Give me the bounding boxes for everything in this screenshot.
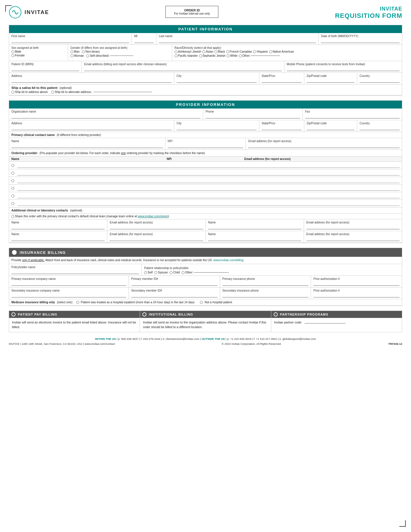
provider-phone-field[interactable] [206,114,300,118]
race-black-radio[interactable] [214,50,217,53]
ordering-email-field-4[interactable] [244,186,400,191]
rel-child-radio[interactable] [170,271,172,274]
ordering-email-field-5[interactable] [244,194,400,198]
ship-alternate-option[interactable]: Ship kit to alternate address: [51,90,152,94]
gender-nonbinary-option[interactable]: Non-binary [82,50,100,53]
ordering-name-field-5[interactable] [17,194,167,198]
patient-city-field[interactable] [177,78,257,83]
share-order-option[interactable]: Share this order with the primary clinic… [11,215,400,218]
ship-alternate-radio[interactable] [51,91,54,94]
secondary-prior-field[interactable] [313,293,400,297]
race-other-radio[interactable] [239,54,242,57]
gender-man-radio[interactable] [70,50,73,53]
share-order-radio[interactable] [11,215,14,218]
rel-self-option[interactable]: Self [144,271,153,274]
provider-address-field[interactable] [11,125,172,130]
contact-email-2-field[interactable] [306,225,400,229]
ordering-radio-6[interactable] [11,202,14,205]
last-name-field[interactable] [159,38,316,43]
org-name-field[interactable] [11,114,201,118]
patient-address-field[interactable] [11,78,172,83]
billing-link[interactable]: www.invitae.com/billing [213,259,244,262]
primary-phone-field[interactable] [222,281,309,286]
rel-other-option[interactable]: Other: [182,271,229,274]
patient-id-field[interactable] [11,66,79,71]
ship-to-address-option[interactable]: Ship kit to address above [11,90,48,94]
race-other-field[interactable] [251,56,280,56]
ordering-name-field-3[interactable] [17,178,167,183]
ordering-email-field-1[interactable] [244,163,400,168]
gender-selfdesc-radio[interactable] [86,54,89,57]
sex-female-radio[interactable] [11,54,14,57]
race-pacific-option[interactable]: Pacific Islander [175,54,198,57]
race-sephardic-radio[interactable] [199,54,202,57]
patient-country-field[interactable] [360,78,400,83]
ordering-email-field-2[interactable] [244,171,400,175]
race-asian-option[interactable]: Asian [202,50,213,53]
ordering-radio-1[interactable] [11,164,14,167]
ordering-name-field-2[interactable] [17,171,167,175]
gender-woman-option[interactable]: Woman [70,54,84,57]
ordering-npi-field-2[interactable] [167,171,244,175]
secondary-ins-field[interactable] [11,293,126,297]
race-french-canadian-option[interactable]: French Canadian [226,50,252,53]
race-hispanic-radio[interactable] [253,50,256,53]
primary-email-field[interactable] [248,143,400,148]
ordering-npi-field-6[interactable] [167,201,244,206]
primary-name-field[interactable] [11,143,163,148]
race-ashkenazi-option[interactable]: Ashkenazi Jewish [175,50,201,53]
provider-country-field[interactable] [360,125,400,130]
email-field[interactable] [84,66,282,71]
first-name-field[interactable] [11,38,129,43]
contact-name-4-field[interactable] [208,236,301,241]
gender-selfdesc-field[interactable] [110,56,133,56]
race-pacific-radio[interactable] [175,54,177,57]
primary-ins-field[interactable] [11,281,126,286]
ordering-radio-4[interactable] [11,187,14,190]
patient-zip-field[interactable] [307,78,355,83]
sex-male-option[interactable]: Male [11,50,21,53]
gender-nonbinary-radio[interactable] [82,50,85,53]
contact-email-3-field[interactable] [110,236,203,241]
ordering-npi-field-1[interactable] [167,163,244,168]
ordering-radio-2[interactable] [11,172,14,175]
race-black-option[interactable]: Black [214,50,225,53]
ship-address-radio[interactable] [11,91,14,94]
ordering-npi-field-4[interactable] [167,186,244,191]
partner-code-field[interactable] [305,323,346,323]
signin-link[interactable]: www.invitae.com/signin [138,215,168,218]
gender-woman-radio[interactable] [70,54,73,57]
rel-other-field[interactable] [194,272,229,273]
ordering-email-field-6[interactable] [244,201,400,206]
ordering-radio-3[interactable] [11,179,14,182]
rel-self-radio[interactable] [144,271,147,274]
sex-female-option[interactable]: Female [11,54,25,57]
provider-city-field[interactable] [177,125,257,130]
medicare-radio-2[interactable] [200,301,203,304]
ordering-email-field-3[interactable] [244,178,400,183]
sex-male-radio[interactable] [11,50,14,53]
race-french-canadian-radio[interactable] [226,50,229,53]
race-native-american-radio[interactable] [269,50,272,53]
mobile-field[interactable] [287,66,400,71]
mi-field[interactable] [134,38,154,43]
race-white-radio[interactable] [227,54,229,57]
primary-npi-field[interactable] [168,143,244,148]
contact-name-3-field[interactable] [11,236,105,241]
race-sephardic-option[interactable]: Sephardic Jewish [199,54,225,57]
race-ashkenazi-radio[interactable] [175,50,177,53]
contact-email-1-field[interactable] [110,225,203,229]
ship-alternate-field[interactable] [94,92,152,92]
race-hispanic-option[interactable]: Hispanic [253,50,268,53]
policyholder-field[interactable] [11,269,139,274]
secondary-phone-field[interactable] [222,293,309,297]
medicare-radio-1[interactable] [76,301,79,304]
ordering-name-field-6[interactable] [17,201,167,206]
rel-spouse-radio[interactable] [154,271,157,274]
rel-other-radio[interactable] [182,271,184,274]
provider-zip-field[interactable] [307,125,355,130]
patient-state-field[interactable] [262,78,302,83]
ordering-npi-field-5[interactable] [167,194,244,198]
contact-name-1-field[interactable] [11,225,105,229]
ordering-name-field-4[interactable] [17,186,167,191]
